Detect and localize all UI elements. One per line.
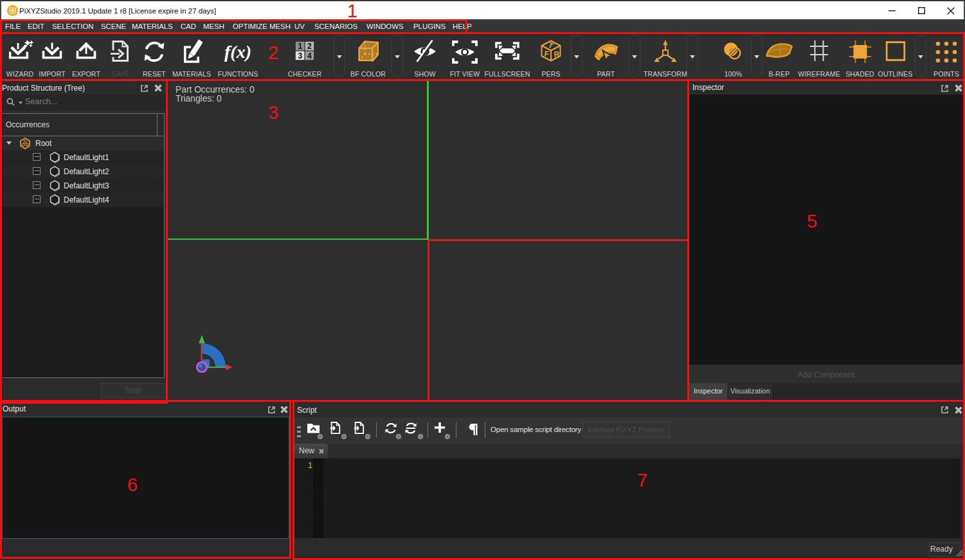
svg-text:F: F	[544, 49, 550, 59]
svg-text:1: 1	[298, 42, 302, 51]
svg-text:4: 4	[307, 51, 312, 60]
svg-text:f(x): f(x)	[224, 42, 251, 62]
svg-text:R: R	[554, 50, 560, 59]
svg-text:3: 3	[298, 51, 302, 60]
svg-text:2: 2	[307, 42, 312, 51]
